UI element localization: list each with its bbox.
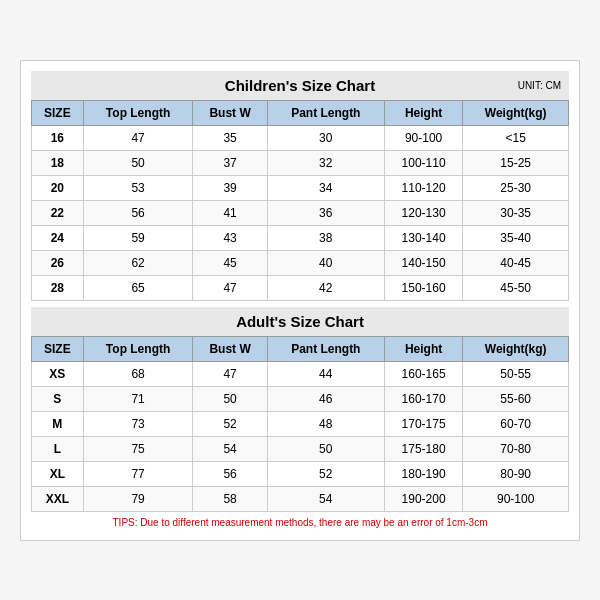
adult-table: SIZE Top Length Bust W Pant Length Heigh… [31, 336, 569, 512]
children-tbody: 1647353090-100<1518503732100-11015-25205… [32, 125, 569, 300]
table-cell: 180-190 [384, 461, 462, 486]
table-cell: 45-50 [463, 275, 569, 300]
table-cell: 90-100 [384, 125, 462, 150]
table-cell: 16 [32, 125, 84, 150]
table-cell: 34 [267, 175, 384, 200]
table-cell: 30 [267, 125, 384, 150]
table-cell: 55-60 [463, 386, 569, 411]
table-row: XL775652180-19080-90 [32, 461, 569, 486]
table-row: 20533934110-12025-30 [32, 175, 569, 200]
table-row: 28654742150-16045-50 [32, 275, 569, 300]
table-cell: 75 [83, 436, 193, 461]
table-cell: S [32, 386, 84, 411]
table-cell: 46 [267, 386, 384, 411]
table-cell: 28 [32, 275, 84, 300]
table-cell: 32 [267, 150, 384, 175]
adult-tbody: XS684744160-16550-55S715046160-17055-60M… [32, 361, 569, 511]
table-cell: 77 [83, 461, 193, 486]
adult-col-header-top-length: Top Length [83, 336, 193, 361]
children-title-text: Children's Size Chart [225, 77, 375, 94]
table-cell: 35-40 [463, 225, 569, 250]
col-header-size: SIZE [32, 100, 84, 125]
table-cell: 150-160 [384, 275, 462, 300]
col-header-pant-length: Pant Length [267, 100, 384, 125]
table-cell: 52 [193, 411, 267, 436]
table-cell: 56 [83, 200, 193, 225]
table-cell: 130-140 [384, 225, 462, 250]
table-row: 1647353090-100<15 [32, 125, 569, 150]
table-cell: 47 [83, 125, 193, 150]
table-cell: L [32, 436, 84, 461]
table-cell: 68 [83, 361, 193, 386]
adult-title-text: Adult's Size Chart [236, 313, 364, 330]
table-cell: 59 [83, 225, 193, 250]
table-cell: 48 [267, 411, 384, 436]
table-cell: 41 [193, 200, 267, 225]
table-cell: 18 [32, 150, 84, 175]
table-cell: 36 [267, 200, 384, 225]
children-section-title: Children's Size Chart UNIT: CM [31, 71, 569, 100]
table-cell: 58 [193, 486, 267, 511]
adult-section-title: Adult's Size Chart [31, 307, 569, 336]
table-cell: 15-25 [463, 150, 569, 175]
table-cell: 40 [267, 250, 384, 275]
table-cell: XXL [32, 486, 84, 511]
table-cell: 54 [193, 436, 267, 461]
table-cell: 47 [193, 361, 267, 386]
table-cell: 140-150 [384, 250, 462, 275]
table-cell: XS [32, 361, 84, 386]
table-cell: 54 [267, 486, 384, 511]
table-cell: 20 [32, 175, 84, 200]
adult-col-header-bust-w: Bust W [193, 336, 267, 361]
table-cell: 60-70 [463, 411, 569, 436]
adult-col-header-pant-length: Pant Length [267, 336, 384, 361]
table-cell: 160-165 [384, 361, 462, 386]
adult-col-header-size: SIZE [32, 336, 84, 361]
table-cell: 70-80 [463, 436, 569, 461]
adult-header-row: SIZE Top Length Bust W Pant Length Heigh… [32, 336, 569, 361]
table-cell: 43 [193, 225, 267, 250]
table-cell: 25-30 [463, 175, 569, 200]
children-header-row: SIZE Top Length Bust W Pant Length Heigh… [32, 100, 569, 125]
table-cell: 62 [83, 250, 193, 275]
table-row: 22564136120-13030-35 [32, 200, 569, 225]
table-cell: 120-130 [384, 200, 462, 225]
col-header-bust-w: Bust W [193, 100, 267, 125]
table-cell: 50-55 [463, 361, 569, 386]
table-row: 24594338130-14035-40 [32, 225, 569, 250]
table-cell: 37 [193, 150, 267, 175]
table-cell: 175-180 [384, 436, 462, 461]
table-cell: 190-200 [384, 486, 462, 511]
table-cell: 90-100 [463, 486, 569, 511]
table-cell: 73 [83, 411, 193, 436]
table-cell: 50 [83, 150, 193, 175]
table-cell: 47 [193, 275, 267, 300]
table-cell: 71 [83, 386, 193, 411]
table-cell: 24 [32, 225, 84, 250]
table-cell: 56 [193, 461, 267, 486]
table-cell: 26 [32, 250, 84, 275]
table-cell: 44 [267, 361, 384, 386]
children-table: SIZE Top Length Bust W Pant Length Heigh… [31, 100, 569, 301]
table-cell: XL [32, 461, 84, 486]
table-row: L755450175-18070-80 [32, 436, 569, 461]
chart-container: Children's Size Chart UNIT: CM SIZE Top … [20, 60, 580, 541]
adult-col-header-weight: Weight(kg) [463, 336, 569, 361]
table-row: XS684744160-16550-55 [32, 361, 569, 386]
table-cell: 100-110 [384, 150, 462, 175]
table-cell: 42 [267, 275, 384, 300]
unit-label: UNIT: CM [518, 80, 561, 91]
table-cell: 65 [83, 275, 193, 300]
col-header-top-length: Top Length [83, 100, 193, 125]
col-header-weight: Weight(kg) [463, 100, 569, 125]
col-header-height: Height [384, 100, 462, 125]
table-cell: <15 [463, 125, 569, 150]
table-cell: 39 [193, 175, 267, 200]
table-row: XXL795854190-20090-100 [32, 486, 569, 511]
table-row: 26624540140-15040-45 [32, 250, 569, 275]
tips-text: TIPS: Due to different measurement metho… [31, 512, 569, 530]
table-cell: 79 [83, 486, 193, 511]
table-cell: 38 [267, 225, 384, 250]
table-cell: 40-45 [463, 250, 569, 275]
table-cell: 30-35 [463, 200, 569, 225]
